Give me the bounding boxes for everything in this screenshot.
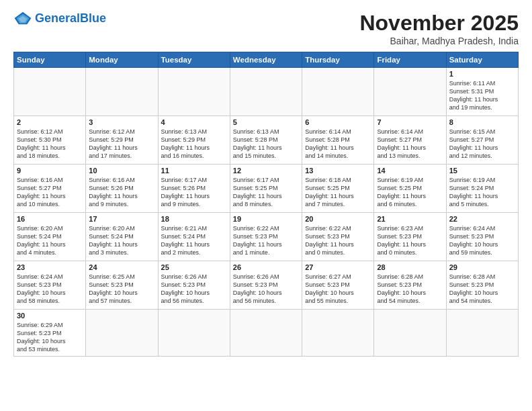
table-row: 8Sunrise: 6:15 AM Sunset: 5:27 PM Daylig… bbox=[446, 116, 518, 165]
table-row bbox=[158, 68, 230, 116]
table-row: 18Sunrise: 6:21 AM Sunset: 5:24 PM Dayli… bbox=[158, 213, 230, 261]
day-number: 16 bbox=[17, 215, 83, 223]
day-info: Sunrise: 6:24 AM Sunset: 5:23 PM Dayligh… bbox=[17, 273, 83, 306]
title-area: November 2025 Baihar, Madhya Pradesh, In… bbox=[359, 11, 519, 46]
table-row: 26Sunrise: 6:26 AM Sunset: 5:23 PM Dayli… bbox=[230, 261, 302, 310]
day-number: 19 bbox=[233, 215, 299, 223]
header-friday: Friday bbox=[374, 52, 446, 68]
calendar-week-row: 9Sunrise: 6:16 AM Sunset: 5:27 PM Daylig… bbox=[14, 165, 519, 213]
calendar-table: Sunday Monday Tuesday Wednesday Thursday… bbox=[13, 52, 519, 357]
table-row: 19Sunrise: 6:22 AM Sunset: 5:23 PM Dayli… bbox=[230, 213, 302, 261]
day-info: Sunrise: 6:14 AM Sunset: 5:27 PM Dayligh… bbox=[377, 128, 443, 161]
day-number: 1 bbox=[449, 70, 515, 78]
table-row: 10Sunrise: 6:16 AM Sunset: 5:26 PM Dayli… bbox=[86, 165, 158, 213]
table-row: 29Sunrise: 6:28 AM Sunset: 5:23 PM Dayli… bbox=[446, 261, 518, 310]
table-row: 7Sunrise: 6:14 AM Sunset: 5:27 PM Daylig… bbox=[374, 116, 446, 165]
table-row: 25Sunrise: 6:26 AM Sunset: 5:23 PM Dayli… bbox=[158, 261, 230, 310]
day-info: Sunrise: 6:29 AM Sunset: 5:23 PM Dayligh… bbox=[17, 321, 83, 354]
calendar-week-row: 23Sunrise: 6:24 AM Sunset: 5:23 PM Dayli… bbox=[14, 261, 519, 310]
day-number: 21 bbox=[377, 215, 443, 223]
day-info: Sunrise: 6:17 AM Sunset: 5:26 PM Dayligh… bbox=[161, 176, 227, 209]
page: GeneralBlue November 2025 Baihar, Madhya… bbox=[0, 0, 532, 363]
day-number: 10 bbox=[89, 167, 154, 175]
day-number: 22 bbox=[449, 215, 515, 223]
day-info: Sunrise: 6:16 AM Sunset: 5:27 PM Dayligh… bbox=[17, 176, 83, 209]
day-info: Sunrise: 6:13 AM Sunset: 5:28 PM Dayligh… bbox=[233, 128, 299, 161]
day-number: 28 bbox=[377, 263, 443, 271]
table-row: 2Sunrise: 6:12 AM Sunset: 5:30 PM Daylig… bbox=[14, 116, 86, 165]
day-number: 12 bbox=[233, 167, 299, 175]
day-info: Sunrise: 6:24 AM Sunset: 5:23 PM Dayligh… bbox=[449, 224, 515, 257]
table-row bbox=[446, 310, 518, 357]
day-info: Sunrise: 6:11 AM Sunset: 5:31 PM Dayligh… bbox=[449, 79, 515, 112]
table-row: 1Sunrise: 6:11 AM Sunset: 5:31 PM Daylig… bbox=[446, 68, 518, 116]
day-number: 15 bbox=[449, 167, 515, 175]
header: GeneralBlue November 2025 Baihar, Madhya… bbox=[13, 11, 519, 46]
table-row: 17Sunrise: 6:20 AM Sunset: 5:24 PM Dayli… bbox=[86, 213, 158, 261]
day-info: Sunrise: 6:12 AM Sunset: 5:30 PM Dayligh… bbox=[17, 128, 83, 161]
day-info: Sunrise: 6:20 AM Sunset: 5:24 PM Dayligh… bbox=[17, 224, 83, 257]
table-row bbox=[230, 68, 302, 116]
table-row: 14Sunrise: 6:19 AM Sunset: 5:25 PM Dayli… bbox=[374, 165, 446, 213]
table-row: 12Sunrise: 6:17 AM Sunset: 5:25 PM Dayli… bbox=[230, 165, 302, 213]
header-monday: Monday bbox=[86, 52, 158, 68]
day-number: 9 bbox=[17, 167, 83, 175]
day-number: 5 bbox=[233, 118, 299, 126]
day-number: 8 bbox=[449, 118, 515, 126]
header-wednesday: Wednesday bbox=[230, 52, 302, 68]
table-row bbox=[302, 310, 374, 357]
table-row: 27Sunrise: 6:27 AM Sunset: 5:23 PM Dayli… bbox=[302, 261, 374, 310]
day-info: Sunrise: 6:26 AM Sunset: 5:23 PM Dayligh… bbox=[161, 273, 227, 306]
day-info: Sunrise: 6:15 AM Sunset: 5:27 PM Dayligh… bbox=[449, 128, 515, 161]
day-number: 17 bbox=[89, 215, 154, 223]
day-number: 24 bbox=[89, 263, 154, 271]
logo: GeneralBlue bbox=[13, 11, 106, 26]
day-number: 3 bbox=[89, 118, 154, 126]
table-row bbox=[86, 310, 158, 357]
header-thursday: Thursday bbox=[302, 52, 374, 68]
day-info: Sunrise: 6:22 AM Sunset: 5:23 PM Dayligh… bbox=[305, 224, 371, 257]
general-blue-logo-icon bbox=[13, 11, 32, 26]
table-row: 3Sunrise: 6:12 AM Sunset: 5:29 PM Daylig… bbox=[86, 116, 158, 165]
day-number: 30 bbox=[17, 312, 83, 320]
day-info: Sunrise: 6:21 AM Sunset: 5:24 PM Dayligh… bbox=[161, 224, 227, 257]
day-info: Sunrise: 6:14 AM Sunset: 5:28 PM Dayligh… bbox=[305, 128, 371, 161]
table-row bbox=[230, 310, 302, 357]
day-info: Sunrise: 6:27 AM Sunset: 5:23 PM Dayligh… bbox=[305, 273, 371, 306]
day-number: 11 bbox=[161, 167, 227, 175]
day-info: Sunrise: 6:22 AM Sunset: 5:23 PM Dayligh… bbox=[233, 224, 299, 257]
day-number: 29 bbox=[449, 263, 515, 271]
day-info: Sunrise: 6:19 AM Sunset: 5:25 PM Dayligh… bbox=[377, 176, 443, 209]
table-row: 24Sunrise: 6:25 AM Sunset: 5:23 PM Dayli… bbox=[86, 261, 158, 310]
day-number: 23 bbox=[17, 263, 83, 271]
table-row bbox=[374, 68, 446, 116]
logo-text: GeneralBlue bbox=[35, 11, 106, 26]
table-row: 6Sunrise: 6:14 AM Sunset: 5:28 PM Daylig… bbox=[302, 116, 374, 165]
month-year-title: November 2025 bbox=[359, 11, 519, 36]
header-sunday: Sunday bbox=[14, 52, 86, 68]
table-row: 20Sunrise: 6:22 AM Sunset: 5:23 PM Dayli… bbox=[302, 213, 374, 261]
day-info: Sunrise: 6:28 AM Sunset: 5:23 PM Dayligh… bbox=[377, 273, 443, 306]
day-info: Sunrise: 6:25 AM Sunset: 5:23 PM Dayligh… bbox=[89, 273, 154, 306]
calendar-week-row: 2Sunrise: 6:12 AM Sunset: 5:30 PM Daylig… bbox=[14, 116, 519, 165]
table-row bbox=[14, 68, 86, 116]
table-row: 23Sunrise: 6:24 AM Sunset: 5:23 PM Dayli… bbox=[14, 261, 86, 310]
table-row: 21Sunrise: 6:23 AM Sunset: 5:23 PM Dayli… bbox=[374, 213, 446, 261]
table-row bbox=[302, 68, 374, 116]
day-number: 7 bbox=[377, 118, 443, 126]
header-saturday: Saturday bbox=[446, 52, 518, 68]
day-number: 26 bbox=[233, 263, 299, 271]
table-row: 30Sunrise: 6:29 AM Sunset: 5:23 PM Dayli… bbox=[14, 310, 86, 357]
day-number: 27 bbox=[305, 263, 371, 271]
calendar-week-row: 30Sunrise: 6:29 AM Sunset: 5:23 PM Dayli… bbox=[14, 310, 519, 357]
calendar-week-row: 16Sunrise: 6:20 AM Sunset: 5:24 PM Dayli… bbox=[14, 213, 519, 261]
day-number: 20 bbox=[305, 215, 371, 223]
day-info: Sunrise: 6:12 AM Sunset: 5:29 PM Dayligh… bbox=[89, 128, 154, 161]
day-info: Sunrise: 6:28 AM Sunset: 5:23 PM Dayligh… bbox=[449, 273, 515, 306]
location-subtitle: Baihar, Madhya Pradesh, India bbox=[359, 36, 519, 46]
table-row: 15Sunrise: 6:19 AM Sunset: 5:24 PM Dayli… bbox=[446, 165, 518, 213]
day-number: 25 bbox=[161, 263, 227, 271]
table-row: 28Sunrise: 6:28 AM Sunset: 5:23 PM Dayli… bbox=[374, 261, 446, 310]
table-row: 11Sunrise: 6:17 AM Sunset: 5:26 PM Dayli… bbox=[158, 165, 230, 213]
day-info: Sunrise: 6:18 AM Sunset: 5:25 PM Dayligh… bbox=[305, 176, 371, 209]
